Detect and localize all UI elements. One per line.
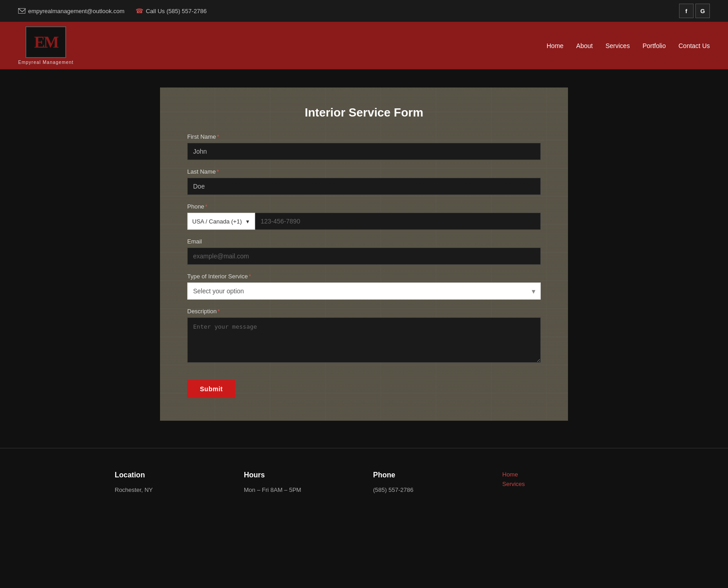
nav-home[interactable]: Home (547, 42, 563, 49)
facebook-button[interactable]: f (679, 4, 694, 18)
email-group: Email (187, 238, 541, 265)
location-text: Rochester, NY (115, 486, 226, 495)
nav-services[interactable]: Services (606, 42, 630, 49)
email-icon (18, 8, 25, 14)
phone-title: Phone (373, 471, 484, 479)
first-name-group: First Name* (187, 133, 541, 160)
last-name-input[interactable] (187, 178, 541, 195)
nav-about[interactable]: About (576, 42, 593, 49)
top-bar-left: empyrealmanagement@outlook.com ☎ Call Us… (18, 7, 207, 15)
description-label: Description* (187, 308, 541, 315)
logo-initials: EM (34, 33, 58, 52)
phone-country-select[interactable]: USA / Canada (+1) ▾ (187, 213, 255, 230)
phone-icon: ☎ (136, 7, 143, 15)
phone-row: USA / Canada (+1) ▾ (187, 213, 541, 230)
phone-label: Phone* (187, 203, 541, 210)
email-input[interactable] (187, 248, 541, 265)
chevron-down-icon: ▾ (246, 218, 249, 225)
required-star-4: * (249, 273, 251, 280)
required-star-5: * (218, 308, 220, 315)
footer-location: Location Rochester, NY (115, 471, 226, 495)
form-section: Interior Service Form First Name* Last N… (160, 87, 568, 421)
footer-links: Home Services (502, 471, 613, 495)
social-links: f G (679, 4, 710, 18)
email-item: empyrealmanagement@outlook.com (18, 8, 125, 15)
phone-footer-text: (585) 557-2786 (373, 486, 484, 495)
nav-portfolio[interactable]: Portfolio (642, 42, 665, 49)
first-name-label: First Name* (187, 133, 541, 140)
footer-services-link[interactable]: Services (502, 481, 613, 487)
service-select[interactable]: Select your option (187, 282, 541, 300)
phone-label: Call Us (585) 557-2786 (146, 8, 207, 15)
required-star-3: * (205, 203, 208, 210)
top-bar: empyrealmanagement@outlook.com ☎ Call Us… (0, 0, 728, 22)
description-textarea[interactable] (187, 317, 541, 363)
google-button[interactable]: G (695, 4, 710, 18)
hours-text: Mon – Fri 8AM – 5PM (244, 486, 355, 495)
main-content: Interior Service Form First Name* Last N… (0, 69, 728, 448)
service-type-group: Type of Interior Service* Select your op… (187, 273, 541, 300)
hours-title: Hours (244, 471, 355, 479)
service-select-wrapper: Select your option (187, 282, 541, 300)
first-name-input[interactable] (187, 143, 541, 160)
site-header: EM Empyreal Management Home About Servic… (0, 22, 728, 69)
form-title: Interior Service Form (187, 106, 541, 120)
service-type-label: Type of Interior Service* (187, 273, 541, 280)
last-name-label: Last Name* (187, 168, 541, 175)
location-title: Location (115, 471, 226, 479)
logo-box: EM (25, 26, 66, 58)
footer-phone: Phone (585) 557-2786 (373, 471, 484, 495)
footer-home-link[interactable]: Home (502, 471, 613, 478)
last-name-group: Last Name* (187, 168, 541, 195)
email-address: empyrealmanagement@outlook.com (28, 8, 125, 15)
footer-grid: Location Rochester, NY Hours Mon – Fri 8… (115, 471, 613, 495)
footer-hours: Hours Mon – Fri 8AM – 5PM (244, 471, 355, 495)
description-group: Description* (187, 308, 541, 364)
phone-group: Phone* USA / Canada (+1) ▾ (187, 203, 541, 230)
required-star-2: * (217, 168, 219, 175)
logo-subtitle: Empyreal Management (18, 60, 73, 65)
email-label: Email (187, 238, 541, 245)
main-nav: Home About Services Portfolio Contact Us (547, 42, 710, 49)
required-star: * (217, 133, 219, 140)
phone-item: ☎ Call Us (585) 557-2786 (136, 7, 207, 15)
submit-button[interactable]: Submit (187, 380, 235, 398)
nav-contact[interactable]: Contact Us (679, 42, 710, 49)
phone-number-input[interactable] (255, 213, 541, 230)
site-footer: Location Rochester, NY Hours Mon – Fri 8… (0, 448, 728, 513)
logo-area: EM Empyreal Management (18, 26, 73, 65)
